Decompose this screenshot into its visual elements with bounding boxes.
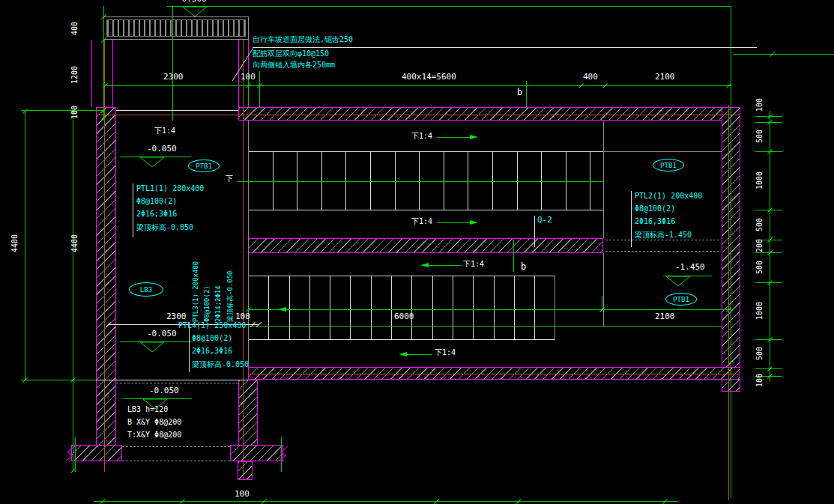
dim-right-1000: 1000 (755, 296, 764, 326)
slab-note-line2: B X&Y Φ8@200 (127, 418, 181, 427)
slope-arrowhead-left (278, 307, 286, 312)
slope-arrow-shaft (437, 222, 470, 223)
ptl1-line2: Φ8@100(2) (136, 197, 204, 210)
elevation-right: -1.450 (675, 263, 705, 273)
lower-ramp-center-line (248, 326, 722, 327)
left-wall (96, 107, 116, 446)
slope-label: 下1:4 (463, 260, 484, 269)
left-dim-tick-line (21, 110, 105, 111)
ptl1-line1: PTL1(1) 200x400 (136, 184, 204, 197)
dim-top-400: 400 (583, 73, 598, 82)
ptl4-line3: 2Φ16,3Φ16 (192, 347, 249, 359)
slab-note-line3: T:X&Y Φ8@200 (127, 431, 181, 440)
elevation-landing: -0.050 (147, 330, 177, 339)
note-block-rule (133, 183, 133, 237)
ptb1-tag: PTB1 (653, 159, 684, 171)
dim-left-4400: 4400 (70, 228, 79, 258)
dim-right-500: 500 (755, 121, 764, 151)
entry-wall-line (112, 40, 113, 107)
ptb1-tag: PTB1 (665, 293, 697, 306)
lb3-tag: LB3 (129, 282, 163, 297)
note-block-rule (631, 191, 632, 247)
wall-centerline (728, 105, 729, 500)
ptl3-line1: PTL3(1) 200x400 (192, 252, 201, 322)
slope-arrowhead-left (399, 352, 407, 356)
opening-edge-line (116, 110, 238, 111)
slope-label: 下1:4 (154, 127, 175, 136)
section-b-label: b (517, 88, 522, 98)
dim-inner-2300: 2300 (166, 312, 187, 322)
elevation-triangle (665, 276, 691, 287)
ptl2-line1: PTL2(1) 200x400 (635, 192, 702, 204)
section-b-line (513, 240, 514, 272)
hidden-wall-line (605, 251, 719, 252)
lower-ramp-treads (248, 276, 555, 340)
elevation-triangle (139, 342, 165, 353)
slope-label: 下1:4 (411, 132, 432, 141)
beam-note-ptl1: PTL1(1) 200x400 Φ8@100(2) 2Φ16;3Φ16 梁顶标高… (136, 184, 204, 235)
hidden-footing-line (122, 461, 230, 461)
dim-right-500: 500 (755, 252, 764, 282)
wall-centerline (96, 115, 740, 115)
slope-label: 下1:4 (411, 217, 432, 226)
slope-arrowhead-right (470, 135, 478, 139)
top-wall (238, 107, 740, 121)
dim-left-100: 100 (70, 97, 79, 127)
ramp-center-line (237, 181, 603, 182)
landing-floor-edge (603, 151, 722, 152)
hidden-slab-line (116, 383, 238, 383)
ramp-note-line1: 自行车坡道面层做法,锯齿250 (253, 35, 353, 44)
extension-line (602, 296, 602, 309)
entry-wall-line (91, 40, 92, 107)
hidden-footing-line (122, 446, 230, 447)
dim-top-400x14: 400x14=5600 (402, 73, 456, 82)
left-outer-dim-line (25, 111, 25, 380)
q2-label: Q-2 (537, 216, 552, 225)
ramp-entry-grille (103, 16, 249, 40)
left-axis-line (73, 111, 73, 470)
right-top-dim-line (733, 54, 834, 55)
down-label: 下 (226, 174, 233, 183)
grille-slats (106, 19, 246, 37)
dim-left-1200: 1200 (70, 60, 79, 90)
wall-centerline (248, 374, 740, 374)
dim-left-4400-outer: 4400 (10, 228, 19, 258)
left-footing (71, 445, 122, 461)
left-dimension-line (103, 6, 104, 121)
elevation-triangle (182, 7, 208, 17)
right-footing (230, 445, 283, 461)
slope-arrowhead-right (470, 220, 478, 225)
ptl4-line4: 梁顶标高-0.050 (192, 359, 249, 372)
slope-arrow-shaft (437, 137, 470, 138)
break-mark (66, 446, 76, 461)
beam-note-ptl4: PTL4(1) 250x400 Φ8@100(2) 2Φ16,3Φ16 梁顶标高… (192, 321, 249, 372)
ptl3-line4: 梁顶标高-0.050 (226, 252, 235, 322)
ramp-note-line2: 配筋双层双向φ10@150 (253, 49, 329, 58)
slab-note-line1: LB3 h=120 (127, 405, 168, 414)
slope-arrowhead-left (420, 263, 429, 267)
ptl2-line4: 梁顶标高-1.450 (635, 230, 702, 243)
ptl1-line4: 梁顶标高-0.050 (136, 222, 204, 235)
leader-underline (253, 47, 757, 48)
dim-right-100: 100 (755, 90, 764, 120)
ptl1-line3: 2Φ16;3Φ16 (136, 210, 204, 222)
top-extension-line (167, 6, 731, 7)
cad-drawing-canvas: PTB1 PTB1 PTB1 LB3 自行车坡道面层做法,锯齿250 配筋双层双… (0, 0, 834, 504)
elevation-top: -0.300 (177, 0, 207, 4)
section-b-label: b (521, 262, 526, 273)
ptl4-line2: Φ8@100(2) (192, 334, 249, 347)
q2-leader-line (534, 216, 535, 247)
dim-inner-2100: 2100 (655, 312, 675, 322)
lower-dimension-line (248, 309, 731, 310)
elevation-slab: -0.050 (149, 386, 179, 396)
top-dimension-line (103, 85, 731, 86)
wall-centerline (243, 40, 244, 480)
dim-right-1000: 1000 (755, 166, 764, 195)
dim-right-100: 100 (755, 365, 764, 395)
extension-line (259, 71, 260, 107)
ramp-edge-line (555, 276, 555, 340)
ptl2-line2: Φ8@100(2) (635, 204, 702, 217)
ptl2-line3: 2Φ16,3Φ16 (635, 217, 702, 230)
entry-axis-line (172, 6, 173, 121)
dim-inner-6000: 6000 (394, 312, 414, 322)
